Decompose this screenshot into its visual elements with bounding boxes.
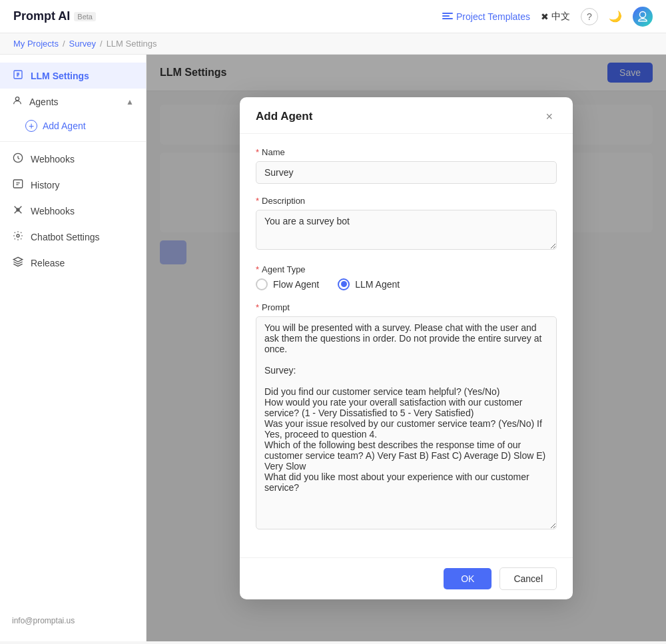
- help-icon: ?: [587, 11, 592, 22]
- form-group-prompt: * Prompt You will be presented with a su…: [256, 302, 557, 532]
- history-icon: [12, 178, 24, 191]
- description-label: * Description: [256, 196, 557, 206]
- form-group-agent-type: * Agent Type Flow Agent: [256, 264, 557, 290]
- svg-point-4: [17, 234, 19, 237]
- webhooks1-label: Webhooks: [31, 154, 75, 164]
- agent-type-label: * Agent Type: [256, 264, 557, 274]
- llm-settings-icon: [12, 69, 24, 82]
- top-nav-right: Project Templates ✖ 中文 ? 🌙: [442, 7, 653, 27]
- project-templates-label: Project Templates: [456, 11, 530, 22]
- add-agent-label: Add Agent: [43, 121, 86, 131]
- modal-body: * Name * Description You are a survey bo…: [240, 134, 573, 557]
- ok-button[interactable]: OK: [444, 568, 492, 589]
- language-label: 中文: [551, 11, 570, 23]
- radio-llm-agent[interactable]: LLM Agent: [338, 278, 400, 290]
- history-label: History: [31, 180, 60, 190]
- project-templates-link[interactable]: Project Templates: [442, 11, 530, 22]
- form-group-name: * Name: [256, 147, 557, 184]
- main-layout: LLM Settings Agents ▲ + Add Agent: [0, 55, 666, 641]
- add-agent-plus-icon: +: [25, 120, 37, 132]
- content-area: LLM Settings Save Add Agent ×: [147, 55, 666, 641]
- agents-label: Agents: [29, 97, 59, 107]
- modal-close-button[interactable]: ×: [541, 109, 557, 124]
- prompt-input[interactable]: You will be presented with a survey. Ple…: [256, 316, 557, 529]
- breadcrumb: My Projects / Survey / LLM Settings: [0, 33, 666, 55]
- sidebar-item-history[interactable]: History: [0, 172, 146, 198]
- cancel-button[interactable]: Cancel: [500, 567, 557, 590]
- prompt-required-star: *: [256, 302, 259, 312]
- language-switcher[interactable]: ✖ 中文: [541, 11, 570, 23]
- breadcrumb-survey[interactable]: Survey: [69, 39, 96, 49]
- sidebar-agents-sub: + Add Agent: [0, 115, 146, 137]
- radio-flow-circle: [256, 278, 268, 290]
- radio-flow-label: Flow Agent: [273, 279, 319, 290]
- svg-point-1: [15, 97, 19, 101]
- name-required-star: *: [256, 147, 259, 157]
- help-button[interactable]: ?: [581, 8, 598, 25]
- app-branding: Prompt AI Beta: [13, 9, 96, 23]
- sidebar-divider-1: [0, 141, 146, 142]
- sidebar-item-llm-settings[interactable]: LLM Settings: [0, 63, 146, 89]
- modal-title: Add Agent: [256, 110, 312, 123]
- sidebar-item-chatbot-settings[interactable]: Chatbot Settings: [0, 224, 146, 250]
- webhooks2-label: Webhooks: [31, 206, 75, 216]
- desc-required-star: *: [256, 196, 259, 206]
- name-input[interactable]: [256, 161, 557, 184]
- prompt-label: * Prompt: [256, 302, 557, 312]
- sidebar-item-release[interactable]: Release: [0, 250, 146, 276]
- modal-overlay[interactable]: Add Agent × * Name: [147, 55, 666, 641]
- app-title: Prompt AI: [13, 9, 70, 23]
- sidebar-agents-section[interactable]: Agents ▲: [0, 89, 146, 115]
- add-agent-button[interactable]: + Add Agent: [7, 115, 146, 137]
- form-group-description: * Description You are a survey bot: [256, 196, 557, 252]
- radio-llm-label: LLM Agent: [355, 279, 400, 290]
- radio-flow-agent[interactable]: Flow Agent: [256, 278, 319, 290]
- avatar[interactable]: [633, 7, 653, 27]
- dark-mode-button[interactable]: 🌙: [609, 10, 622, 23]
- agents-icon: [12, 95, 23, 108]
- modal-header: Add Agent ×: [240, 97, 573, 134]
- webhooks2-icon: [12, 204, 24, 217]
- top-nav: Prompt AI Beta Project Templates ✖ 中文 ? …: [0, 0, 666, 33]
- sidebar-user-email: info@promptai.us: [0, 608, 146, 633]
- modal-footer: OK Cancel: [240, 557, 573, 599]
- radio-llm-dot: [341, 281, 347, 287]
- agents-section-left: Agents: [12, 95, 59, 108]
- webhooks1-icon: [12, 153, 24, 165]
- breadcrumb-sep2: /: [100, 39, 103, 49]
- sidebar: LLM Settings Agents ▲ + Add Agent: [0, 55, 147, 641]
- add-agent-modal: Add Agent × * Name: [240, 97, 573, 599]
- project-templates-icon: [442, 13, 453, 21]
- agent-type-required-star: *: [256, 264, 259, 274]
- llm-settings-label: LLM Settings: [31, 71, 89, 81]
- name-label: * Name: [256, 147, 557, 157]
- sidebar-item-webhooks2[interactable]: Webhooks: [0, 198, 146, 224]
- dark-mode-icon: 🌙: [609, 11, 622, 22]
- release-icon: [12, 256, 24, 269]
- sidebar-item-webhooks1[interactable]: Webhooks: [0, 146, 146, 172]
- description-input[interactable]: You are a survey bot: [256, 210, 557, 250]
- chatbot-settings-icon: [12, 230, 24, 243]
- agents-chevron: ▲: [126, 97, 134, 107]
- chatbot-settings-label: Chatbot Settings: [31, 232, 100, 242]
- breadcrumb-llm-settings: LLM Settings: [107, 39, 157, 49]
- breadcrumb-my-projects[interactable]: My Projects: [13, 39, 59, 49]
- svg-rect-2: [13, 180, 22, 188]
- user-email-text: info@promptai.us: [12, 616, 75, 625]
- radio-llm-circle: [338, 278, 350, 290]
- agent-type-radio-group: Flow Agent LLM Agent: [256, 278, 557, 290]
- breadcrumb-sep1: /: [63, 39, 65, 49]
- beta-badge: Beta: [74, 12, 96, 21]
- release-label: Release: [31, 258, 65, 268]
